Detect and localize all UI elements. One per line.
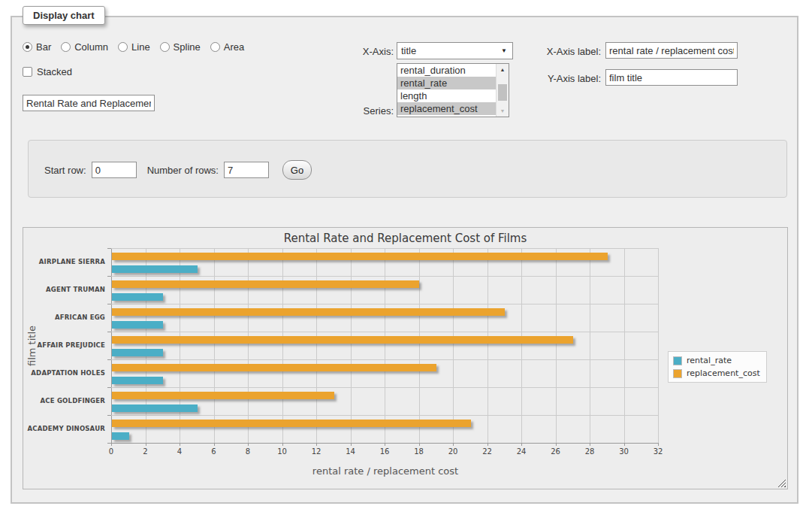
y-axis-label-caption: Y-Axis label:: [526, 73, 601, 84]
gridline-y: [111, 359, 658, 360]
bar-rental_rate[interactable]: [112, 432, 129, 440]
chart-legend: rental_ratereplacement_cost: [668, 351, 767, 383]
tick-label-x: 2: [134, 447, 157, 456]
category-label: ACE GOLDFINGER: [23, 397, 105, 404]
start-row-label: Start row:: [44, 165, 86, 176]
scrollbar-thumb[interactable]: [498, 84, 507, 101]
legend-swatch-icon: [673, 369, 682, 378]
radio-label: Area: [224, 41, 244, 53]
axis-tick-y: [107, 276, 111, 277]
bar-rental_rate[interactable]: [112, 404, 198, 412]
tick-label-x: 12: [305, 447, 328, 456]
go-button-label: Go: [291, 165, 303, 176]
gridline-x: [624, 248, 625, 443]
chart-canvas: Rental Rate and Replacement Cost of Film…: [23, 228, 787, 489]
bar-replacement_cost[interactable]: [112, 336, 573, 344]
bar-replacement_cost[interactable]: [112, 420, 471, 427]
tick-label-x: 6: [203, 447, 225, 456]
scroll-down-icon[interactable]: ▼: [497, 105, 509, 117]
gridline-x: [658, 248, 659, 443]
legend-swatch-icon: [673, 356, 682, 365]
bar-replacement_cost[interactable]: [112, 253, 608, 260]
series-options-container: rental_durationrental_ratelengthreplacem…: [397, 64, 509, 115]
gridline-x: [111, 248, 112, 443]
radio-icon-bar[interactable]: [23, 42, 32, 52]
chart-panel: Rental Rate and Replacement Cost of Film…: [23, 227, 788, 489]
tick-label-x: 22: [476, 447, 499, 456]
radio-icon-column[interactable]: [61, 42, 71, 52]
x-axis-line: [111, 443, 659, 444]
x-axis-select[interactable]: title ▼: [397, 42, 513, 59]
tick-label-x: 28: [578, 447, 601, 456]
scroll-up-icon[interactable]: ▲: [497, 64, 509, 75]
bar-rental_rate[interactable]: [112, 265, 198, 273]
x-axis-label-caption: X-Axis label:: [526, 46, 601, 57]
bar-replacement_cost[interactable]: [112, 392, 334, 399]
series-option-replacement_cost[interactable]: replacement_cost: [397, 102, 496, 115]
chart-title-input[interactable]: [23, 95, 155, 111]
gridline-y: [111, 276, 658, 277]
axis-tick-y: [107, 387, 111, 388]
tick-label-x: 30: [613, 447, 635, 456]
series-option-rental_duration[interactable]: rental_duration: [397, 64, 496, 77]
x-axis-title: rental rate / replacement cost: [312, 465, 458, 477]
radio-icon-area[interactable]: [210, 42, 220, 52]
x-axis-selected-value: title: [401, 45, 416, 56]
bar-replacement_cost[interactable]: [112, 308, 505, 316]
series-multiselect[interactable]: rental_durationrental_ratelengthreplacem…: [397, 63, 509, 117]
chart-type-radio-group: BarColumnLineSplineArea: [23, 41, 244, 53]
radio-option-line[interactable]: Line: [118, 41, 150, 53]
bar-rental_rate[interactable]: [112, 321, 163, 329]
axis-tick-y: [107, 248, 111, 249]
row-range-panel: Start row: Number of rows: Go: [28, 140, 787, 198]
radio-icon-line[interactable]: [118, 42, 128, 52]
gridline-x: [248, 248, 249, 443]
row-range-controls: Start row: Number of rows: Go: [44, 160, 312, 180]
stacked-label: Stacked: [37, 66, 72, 77]
tick-label-x: 14: [340, 447, 362, 456]
go-button[interactable]: Go: [282, 160, 312, 180]
series-caption: Series:: [323, 105, 394, 117]
radio-label: Line: [131, 41, 150, 53]
x-axis-caption: X-Axis:: [323, 46, 394, 57]
series-option-rental_rate[interactable]: rental_rate: [397, 77, 496, 89]
bar-rental_rate[interactable]: [112, 377, 163, 384]
axis-tick-y: [107, 304, 111, 304]
num-rows-input[interactable]: [224, 162, 269, 178]
tick-label-x: 10: [271, 447, 294, 456]
legend-item-rental_rate[interactable]: rental_rate: [673, 356, 760, 365]
tick-label-x: 18: [408, 447, 430, 456]
stacked-option[interactable]: Stacked: [23, 66, 72, 77]
y-axis-label-input[interactable]: [605, 69, 738, 86]
x-axis-label-input[interactable]: [605, 42, 738, 59]
tick-label-x: 8: [237, 447, 259, 456]
axis-tick-y: [107, 359, 111, 360]
radio-option-area[interactable]: Area: [210, 41, 244, 53]
gridline-x: [146, 248, 146, 443]
bar-replacement_cost[interactable]: [112, 364, 436, 371]
gridline-x: [488, 248, 488, 443]
stacked-checkbox[interactable]: [23, 67, 32, 77]
bar-rental_rate[interactable]: [112, 293, 163, 301]
radio-icon-spline[interactable]: [160, 42, 170, 52]
radio-label: Bar: [36, 41, 51, 53]
gridline-x: [385, 248, 385, 443]
tick-label-x: 26: [545, 447, 567, 456]
category-label: AFFAIR PREJUDICE: [23, 341, 105, 349]
radio-option-bar[interactable]: Bar: [23, 41, 51, 53]
series-option-length[interactable]: length: [397, 89, 496, 102]
gridline-x: [180, 248, 180, 443]
radio-option-spline[interactable]: Spline: [160, 41, 201, 53]
start-row-input[interactable]: [92, 162, 137, 178]
bar-replacement_cost[interactable]: [112, 280, 419, 288]
bar-rental_rate[interactable]: [112, 349, 163, 356]
gridline-x: [351, 248, 352, 443]
legend-label: rental_rate: [687, 356, 732, 365]
gridline-x: [214, 248, 215, 443]
radio-label: Column: [74, 41, 108, 53]
gridline-y: [111, 387, 658, 388]
tick-label-x: 20: [442, 447, 464, 456]
radio-option-column[interactable]: Column: [61, 41, 108, 53]
legend-item-replacement_cost[interactable]: replacement_cost: [673, 368, 760, 378]
gridline-x: [556, 248, 557, 443]
